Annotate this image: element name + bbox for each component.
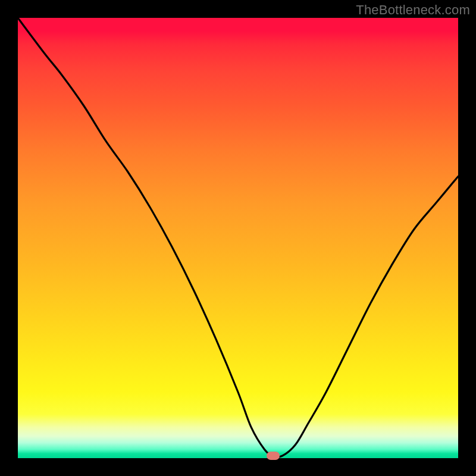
curve-path [18,18,458,457]
chart-frame: TheBottleneck.com [0,0,476,476]
bottleneck-curve [18,18,458,458]
optimal-point-marker [267,452,280,460]
plot-area [18,18,458,458]
watermark-text: TheBottleneck.com [356,2,470,18]
